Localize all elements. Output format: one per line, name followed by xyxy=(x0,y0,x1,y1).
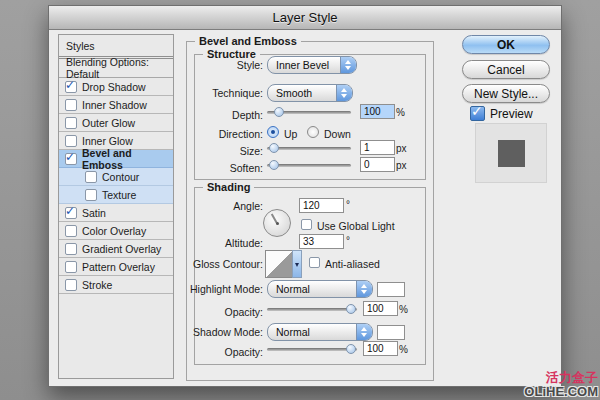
sidebar-item-label: Inner Glow xyxy=(82,135,133,147)
slider-thumb[interactable] xyxy=(346,304,356,314)
shadow-opacity-label: Opacity: xyxy=(185,346,263,358)
popup-stepper-icon xyxy=(340,57,356,73)
sidebar-item-drop-shadow[interactable]: Drop Shadow xyxy=(59,78,173,96)
sidebar-item-pattern-overlay[interactable]: Pattern Overlay xyxy=(59,258,173,276)
checkbox-icon[interactable] xyxy=(65,261,77,273)
checkbox-icon[interactable] xyxy=(65,243,77,255)
shadow-mode-select[interactable]: Normal xyxy=(267,323,373,341)
slider-track xyxy=(267,308,357,311)
shadow-opacity-slider[interactable] xyxy=(267,343,357,355)
sidebar-item-label: Stroke xyxy=(82,279,112,291)
gloss-contour-thumbnail[interactable] xyxy=(265,250,293,278)
style-select[interactable]: Inner Bevel xyxy=(267,56,357,74)
sidebar-item-label: Satin xyxy=(82,207,106,219)
cancel-button[interactable]: Cancel xyxy=(462,60,550,79)
depth-input[interactable] xyxy=(360,104,395,119)
size-unit: px xyxy=(396,143,407,154)
sidebar-item-label: Pattern Overlay xyxy=(82,261,155,273)
use-global-light-checkbox[interactable] xyxy=(301,219,312,230)
style-label: Style: xyxy=(185,59,263,71)
sidebar-item-bevel-and-emboss[interactable]: Bevel and Emboss xyxy=(59,150,173,168)
shadow-color-swatch[interactable] xyxy=(377,325,405,340)
gloss-contour-picker-arrow-icon[interactable] xyxy=(292,250,302,278)
slider-thumb[interactable] xyxy=(269,160,279,170)
anti-aliased-label: Anti-aliased xyxy=(325,258,380,270)
sidebar-item-label: Color Overlay xyxy=(82,225,146,237)
checkbox-icon[interactable] xyxy=(65,225,77,237)
sidebar-item-contour[interactable]: Contour xyxy=(59,168,173,186)
direction-up-radio[interactable] xyxy=(267,126,279,138)
highlight-mode-select[interactable]: Normal xyxy=(267,280,373,298)
shading-legend: Shading xyxy=(203,181,254,193)
size-slider[interactable] xyxy=(267,142,351,154)
sidebar-item-label: Gradient Overlay xyxy=(82,243,161,255)
style-select-value: Inner Bevel xyxy=(268,59,340,71)
angle-label: Angle: xyxy=(185,200,263,212)
styles-sidebar: Styles Blending Options: Default Drop Sh… xyxy=(58,34,174,379)
direction-down-label: Down xyxy=(324,128,351,140)
sidebar-item-stroke[interactable]: Stroke xyxy=(59,276,173,294)
dialog-titlebar[interactable]: Layer Style xyxy=(49,6,561,30)
soften-input[interactable] xyxy=(360,157,395,172)
angle-dial[interactable] xyxy=(263,209,291,237)
direction-down-radio[interactable] xyxy=(307,126,319,138)
sidebar-item-label: Bevel and Emboss xyxy=(82,147,173,171)
altitude-input[interactable] xyxy=(299,234,344,249)
highlight-opacity-slider[interactable] xyxy=(267,303,357,315)
watermark-line2: OLiHE.COM xyxy=(524,385,598,399)
shadow-opacity-input[interactable] xyxy=(363,341,398,356)
soften-unit: px xyxy=(396,160,407,171)
style-preview-well xyxy=(475,123,547,183)
slider-thumb[interactable] xyxy=(269,143,279,153)
watermark: 活力盒子 OLiHE.COM xyxy=(524,371,598,399)
checkbox-icon[interactable] xyxy=(85,171,97,183)
sidebar-item-outer-glow[interactable]: Outer Glow xyxy=(59,114,173,132)
slider-thumb[interactable] xyxy=(346,344,356,354)
sidebar-item-color-overlay[interactable]: Color Overlay xyxy=(59,222,173,240)
style-preview-swatch xyxy=(498,140,525,167)
ok-button[interactable]: OK xyxy=(462,35,550,54)
sidebar-item-blending-options[interactable]: Blending Options: Default xyxy=(59,59,173,78)
popup-stepper-icon xyxy=(336,85,352,101)
preview-toggle[interactable]: Preview xyxy=(470,106,533,121)
sidebar-item-satin[interactable]: Satin xyxy=(59,204,173,222)
shadow-opacity-unit: % xyxy=(399,344,408,355)
sidebar-item-texture[interactable]: Texture xyxy=(59,186,173,204)
anti-aliased-checkbox[interactable] xyxy=(309,257,320,268)
sidebar-item-inner-shadow[interactable]: Inner Shadow xyxy=(59,96,173,114)
checkbox-icon[interactable] xyxy=(65,117,77,129)
highlight-mode-value: Normal xyxy=(268,283,356,295)
highlight-color-swatch[interactable] xyxy=(377,282,405,297)
new-style-button[interactable]: New Style... xyxy=(462,84,550,103)
checkbox-icon[interactable] xyxy=(65,279,77,291)
depth-unit: % xyxy=(396,107,405,118)
depth-label: Depth: xyxy=(185,109,263,121)
panel-title: Bevel and Emboss xyxy=(195,35,301,47)
popup-stepper-icon xyxy=(356,281,372,297)
checkbox-checked-icon[interactable] xyxy=(470,106,485,121)
preview-label: Preview xyxy=(490,107,533,121)
technique-select[interactable]: Smooth xyxy=(267,84,353,102)
angle-center-dot-icon xyxy=(276,222,279,225)
checkbox-checked-icon[interactable] xyxy=(65,207,77,219)
shadow-mode-value: Normal xyxy=(268,326,356,338)
checkbox-icon[interactable] xyxy=(85,189,97,201)
slider-track xyxy=(267,348,357,351)
direction-label: Direction: xyxy=(185,128,263,140)
checkbox-checked-icon[interactable] xyxy=(65,81,77,93)
technique-label: Technique: xyxy=(185,87,263,99)
sidebar-item-gradient-overlay[interactable]: Gradient Overlay xyxy=(59,240,173,258)
soften-slider[interactable] xyxy=(267,159,351,171)
checkbox-icon[interactable] xyxy=(65,99,77,111)
checkbox-checked-icon[interactable] xyxy=(65,153,77,165)
angle-input[interactable] xyxy=(299,198,344,213)
slider-thumb[interactable] xyxy=(274,107,284,117)
angle-unit: ° xyxy=(346,199,350,210)
slider-track xyxy=(267,164,351,167)
sidebar-item-label: Outer Glow xyxy=(82,117,135,129)
highlight-opacity-input[interactable] xyxy=(363,301,398,316)
size-input[interactable] xyxy=(360,140,395,155)
layer-style-dialog: Layer Style Styles Blending Options: Def… xyxy=(48,5,562,387)
depth-slider[interactable] xyxy=(267,106,351,118)
checkbox-icon[interactable] xyxy=(65,135,77,147)
